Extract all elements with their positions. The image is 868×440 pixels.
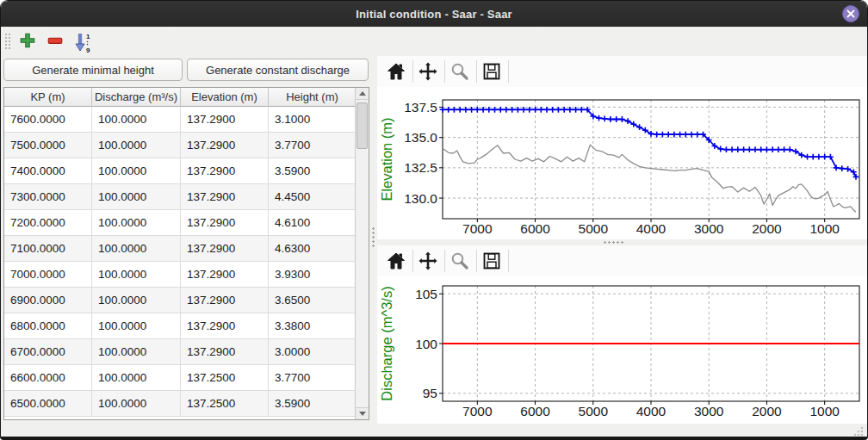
table-cell[interactable]: 7400.0000 <box>4 158 92 184</box>
table-row[interactable]: 7500.0000100.0000137.29003.7700 <box>4 133 369 158</box>
table-cell[interactable]: 100.0000 <box>92 262 181 288</box>
table-cell[interactable]: 7000.0000 <box>4 262 92 288</box>
elevation-panel: 7000600050004000300020001000137.5135.013… <box>377 56 867 239</box>
table-cell[interactable]: 100.0000 <box>92 184 181 210</box>
elevation-chart[interactable]: 7000600050004000300020001000137.5135.013… <box>377 87 867 239</box>
table-cell[interactable]: 6900.0000 <box>4 288 92 313</box>
table-cell[interactable]: 3.9300 <box>269 262 356 288</box>
table-row[interactable]: 6900.0000100.0000137.29003.6500 <box>4 288 369 313</box>
table-cell[interactable]: 100.0000 <box>92 158 181 184</box>
home-icon <box>386 251 406 271</box>
add-icon <box>19 32 36 49</box>
table-cell[interactable]: 6800.0000 <box>4 313 92 339</box>
zoom-button[interactable] <box>449 60 471 83</box>
table-row[interactable]: 7200.0000100.0000137.29004.6100 <box>4 210 369 236</box>
home-button[interactable] <box>385 60 407 83</box>
toolbar-drag-handle[interactable] <box>4 33 11 50</box>
table-cell[interactable]: 3.6500 <box>269 288 356 313</box>
close-button[interactable] <box>842 5 859 22</box>
table-cell[interactable]: 100.0000 <box>92 210 181 236</box>
table-row[interactable]: 7400.0000100.0000137.29003.5900 <box>4 158 369 184</box>
table-cell[interactable]: 3.5900 <box>269 391 356 417</box>
table-row[interactable]: 6600.0000100.0000137.25003.7700 <box>4 365 369 391</box>
table-cell[interactable]: 3.0000 <box>269 339 356 365</box>
add-row-button[interactable] <box>16 30 39 53</box>
table-cell[interactable]: 7100.0000 <box>4 236 92 262</box>
table-cell[interactable]: 137.2900 <box>181 313 269 339</box>
table-cell[interactable]: 100.0000 <box>92 313 181 339</box>
table-row[interactable]: 6700.0000100.0000137.29003.0000 <box>4 339 369 365</box>
zoom-icon <box>450 251 470 271</box>
remove-row-button[interactable] <box>44 30 66 53</box>
table-cell[interactable]: 137.2900 <box>181 339 269 365</box>
table-row[interactable]: 6800.0000100.0000137.29003.3800 <box>4 313 369 339</box>
table-cell[interactable]: 100.0000 <box>92 133 181 158</box>
column-header[interactable]: KP (m) <box>4 88 92 107</box>
table-row[interactable]: 7600.0000100.0000137.29003.1000 <box>4 107 369 133</box>
table-cell[interactable]: 4.4500 <box>269 184 356 210</box>
table-cell[interactable]: 137.2900 <box>181 262 269 288</box>
scrollbar-thumb[interactable] <box>356 102 368 149</box>
resize-grip-icon[interactable] <box>853 426 864 437</box>
home-button[interactable] <box>385 250 407 272</box>
table-cell[interactable]: 3.7700 <box>269 133 356 158</box>
generate-minimal-height-button[interactable]: Generate minimal height <box>3 59 183 81</box>
table-cell[interactable]: 137.2900 <box>181 236 269 262</box>
table-scrollbar[interactable] <box>355 88 369 419</box>
table-cell[interactable]: 137.2900 <box>181 158 269 184</box>
table-cell[interactable]: 7600.0000 <box>4 107 92 133</box>
table-cell[interactable]: 100.0000 <box>92 236 181 262</box>
scroll-down-button[interactable] <box>356 407 369 419</box>
table-row[interactable]: 7300.0000100.0000137.29004.4500 <box>4 184 369 210</box>
table-cell[interactable]: 100.0000 <box>92 365 181 391</box>
toolbar-separator <box>444 250 445 272</box>
table-row[interactable]: 7100.0000100.0000137.29004.6300 <box>4 236 369 262</box>
panel-splitter[interactable] <box>369 56 377 424</box>
chart-splitter[interactable] <box>377 239 867 245</box>
table-cell[interactable]: 100.0000 <box>92 391 181 417</box>
table-cell[interactable]: 4.6300 <box>269 236 356 262</box>
table-cell[interactable]: 7200.0000 <box>4 210 92 236</box>
table-cell[interactable]: 137.2900 <box>181 288 269 313</box>
table-cell[interactable]: 137.2500 <box>181 365 269 391</box>
sort-button[interactable]: 1 9 <box>71 30 94 53</box>
x-tick-label: 6000 <box>520 221 550 236</box>
column-header[interactable]: Discharge (m³/s) <box>92 88 181 107</box>
table-cell[interactable]: 137.2500 <box>181 391 269 417</box>
titlebar[interactable]: Initial condition - Saar - Saar <box>1 1 867 27</box>
scroll-up-button[interactable] <box>356 88 369 100</box>
pan-button[interactable] <box>417 60 439 83</box>
pan-button[interactable] <box>417 250 439 272</box>
table-cell[interactable]: 6600.0000 <box>4 365 92 391</box>
table-cell[interactable]: 7500.0000 <box>4 133 92 158</box>
remove-icon <box>46 32 64 49</box>
table-cell[interactable]: 3.1000 <box>269 107 356 133</box>
column-header[interactable]: Elevation (m) <box>181 88 269 107</box>
table-cell[interactable]: 137.2900 <box>181 133 269 158</box>
table-cell[interactable]: 137.2900 <box>181 210 269 236</box>
table-cell[interactable]: 100.0000 <box>92 107 181 133</box>
table-cell[interactable]: 137.2900 <box>181 184 269 210</box>
table-cell[interactable]: 100.0000 <box>92 339 181 365</box>
generate-constant-discharge-button[interactable]: Generate constant discharge <box>187 59 369 81</box>
discharge-chart[interactable]: 700060005000400030002000100010510095Disc… <box>377 272 867 425</box>
table-cell[interactable]: 6500.0000 <box>4 391 92 417</box>
y-tick-label: 132.5 <box>404 160 437 175</box>
table-cell[interactable]: 3.5900 <box>269 158 356 184</box>
save-button[interactable] <box>480 60 503 83</box>
table-cell[interactable]: 3.3800 <box>269 313 356 339</box>
y-tick-label: 135.0 <box>404 130 437 145</box>
table-row-partial <box>4 417 369 420</box>
table-cell[interactable]: 100.0000 <box>92 288 181 313</box>
zoom-button[interactable] <box>449 250 471 272</box>
table-cell[interactable]: 3.7700 <box>269 365 356 391</box>
save-button[interactable] <box>480 250 503 272</box>
table-cell[interactable]: 4.6100 <box>269 210 356 236</box>
table-row[interactable]: 6500.0000100.0000137.25003.5900 <box>4 391 369 417</box>
table-cell[interactable]: 137.2900 <box>181 107 269 133</box>
table-row[interactable]: 7000.0000100.0000137.29003.9300 <box>4 262 369 288</box>
table-cell[interactable]: 6700.0000 <box>4 339 92 365</box>
y-tick-label: 137.5 <box>404 100 437 115</box>
table-cell[interactable]: 7300.0000 <box>4 184 92 210</box>
column-header[interactable]: Height (m) <box>269 88 356 107</box>
